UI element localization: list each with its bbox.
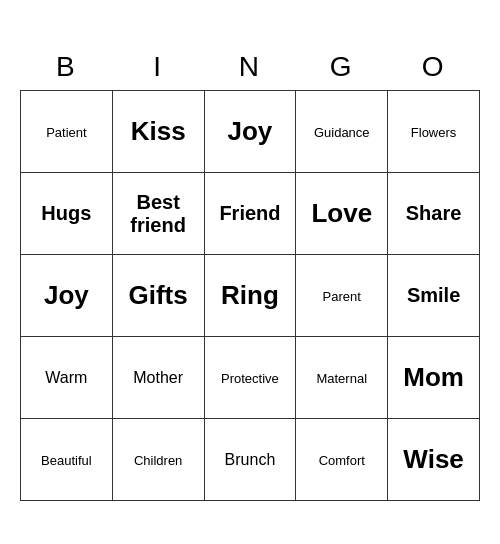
bingo-cell-text: Best friend bbox=[130, 191, 186, 236]
bingo-cell: Guidance bbox=[296, 91, 388, 173]
bingo-row: HugsBest friendFriendLoveShare bbox=[21, 173, 480, 255]
bingo-cell: Warm bbox=[21, 337, 113, 419]
bingo-cell: Children bbox=[112, 419, 204, 501]
bingo-cell-text: Hugs bbox=[41, 202, 91, 224]
bingo-card: BINGO PatientKissJoyGuidanceFlowersHugsB… bbox=[20, 43, 480, 502]
bingo-row: PatientKissJoyGuidanceFlowers bbox=[21, 91, 480, 173]
bingo-cell: Mother bbox=[112, 337, 204, 419]
bingo-cell-text: Joy bbox=[228, 116, 273, 146]
bingo-cell: Kiss bbox=[112, 91, 204, 173]
bingo-cell-text: Maternal bbox=[316, 371, 367, 386]
bingo-cell: Protective bbox=[204, 337, 296, 419]
bingo-cell-text: Brunch bbox=[225, 451, 276, 468]
bingo-cell: Patient bbox=[21, 91, 113, 173]
bingo-cell-text: Children bbox=[134, 453, 182, 468]
bingo-cell: Mom bbox=[388, 337, 480, 419]
bingo-cell: Parent bbox=[296, 255, 388, 337]
bingo-row: WarmMotherProtectiveMaternalMom bbox=[21, 337, 480, 419]
bingo-cell: Ring bbox=[204, 255, 296, 337]
bingo-cell: Flowers bbox=[388, 91, 480, 173]
bingo-cell: Hugs bbox=[21, 173, 113, 255]
bingo-cell: Beautiful bbox=[21, 419, 113, 501]
bingo-cell: Share bbox=[388, 173, 480, 255]
bingo-cell-text: Flowers bbox=[411, 125, 457, 140]
bingo-cell: Wise bbox=[388, 419, 480, 501]
bingo-cell: Brunch bbox=[204, 419, 296, 501]
bingo-row: JoyGiftsRingParentSmile bbox=[21, 255, 480, 337]
bingo-cell-text: Patient bbox=[46, 125, 86, 140]
bingo-cell-text: Wise bbox=[403, 444, 463, 474]
bingo-cell-text: Ring bbox=[221, 280, 279, 310]
bingo-cell: Comfort bbox=[296, 419, 388, 501]
bingo-cell: Friend bbox=[204, 173, 296, 255]
bingo-header-letter: B bbox=[21, 43, 113, 91]
bingo-cell: Gifts bbox=[112, 255, 204, 337]
bingo-cell: Joy bbox=[204, 91, 296, 173]
bingo-cell-text: Beautiful bbox=[41, 453, 92, 468]
bingo-header-letter: G bbox=[296, 43, 388, 91]
bingo-header-letter: N bbox=[204, 43, 296, 91]
bingo-cell-text: Friend bbox=[219, 202, 280, 224]
bingo-cell: Best friend bbox=[112, 173, 204, 255]
bingo-cell-text: Warm bbox=[45, 369, 87, 386]
bingo-cell-text: Protective bbox=[221, 371, 279, 386]
bingo-cell-text: Kiss bbox=[131, 116, 186, 146]
bingo-cell-text: Smile bbox=[407, 284, 460, 306]
bingo-cell-text: Gifts bbox=[129, 280, 188, 310]
bingo-header-letter: O bbox=[388, 43, 480, 91]
bingo-cell: Love bbox=[296, 173, 388, 255]
bingo-cell-text: Mother bbox=[133, 369, 183, 386]
bingo-cell-text: Mom bbox=[403, 362, 464, 392]
bingo-cell: Joy bbox=[21, 255, 113, 337]
bingo-cell-text: Joy bbox=[44, 280, 89, 310]
bingo-cell-text: Love bbox=[311, 198, 372, 228]
bingo-row: BeautifulChildrenBrunchComfortWise bbox=[21, 419, 480, 501]
bingo-cell: Maternal bbox=[296, 337, 388, 419]
bingo-header-letter: I bbox=[112, 43, 204, 91]
bingo-cell-text: Guidance bbox=[314, 125, 370, 140]
bingo-cell-text: Share bbox=[406, 202, 462, 224]
bingo-cell: Smile bbox=[388, 255, 480, 337]
bingo-cell-text: Parent bbox=[323, 289, 361, 304]
bingo-cell-text: Comfort bbox=[319, 453, 365, 468]
